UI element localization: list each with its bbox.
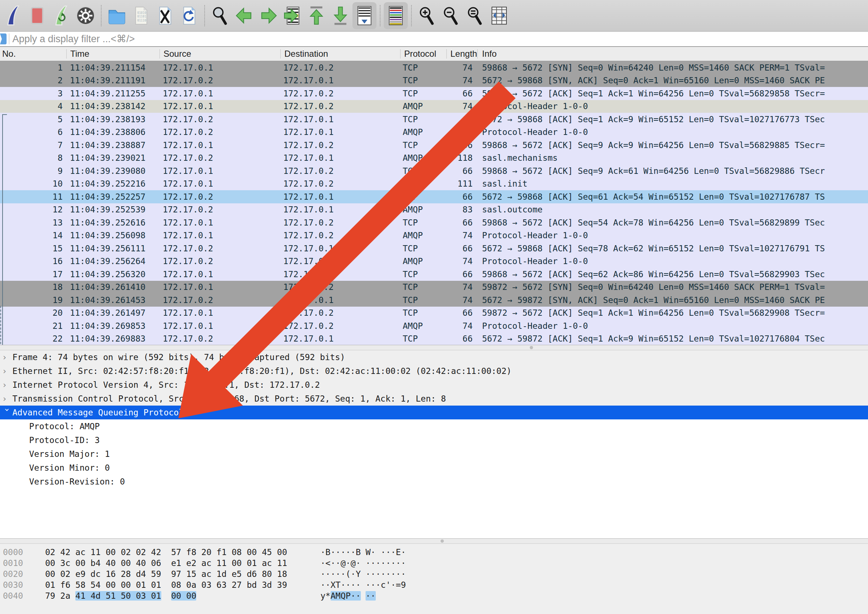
packet-row-5[interactable]: 511:04:39.238193172.17.0.2172.17.0.1TCP6… bbox=[0, 113, 868, 126]
ascii-group-b[interactable]: W· ···E· bbox=[366, 547, 406, 558]
chevron-down-icon[interactable]: › bbox=[0, 408, 14, 417]
ascii-group-a[interactable]: ·····(·Y bbox=[320, 569, 361, 580]
close-capture-button[interactable] bbox=[153, 2, 177, 29]
open-capture-button[interactable] bbox=[105, 2, 129, 29]
hex-bytes[interactable]: ········ bbox=[366, 569, 406, 579]
ascii-group-a[interactable]: y*AMQP·· bbox=[320, 590, 361, 601]
hex-bytes[interactable]: W· ···E· bbox=[366, 547, 406, 557]
packet-row-7[interactable]: 711:04:39.238887172.17.0.1172.17.0.2TCP6… bbox=[0, 139, 868, 152]
detail-line-collapsed-2[interactable]: ›Internet Protocol Version 4, Src: 172.1… bbox=[0, 378, 868, 392]
ascii-group-b[interactable]: ········ bbox=[366, 558, 406, 569]
detail-child-line-1[interactable]: Protocol-ID: 3 bbox=[0, 433, 868, 447]
chevron-right-icon[interactable]: › bbox=[3, 378, 12, 392]
packet-row-10[interactable]: 1011:04:39.252216172.17.0.1172.17.0.2AMQ… bbox=[0, 177, 868, 191]
hex-bytes[interactable]: 08 0a 03 63 27 bd 3d 39 bbox=[171, 580, 287, 590]
hex-bytes[interactable]: ··XT···· bbox=[320, 580, 361, 590]
hex-selected-bytes[interactable]: 41 4d 51 50 03 01 bbox=[75, 591, 161, 600]
ascii-group-b[interactable]: ········ bbox=[366, 569, 406, 580]
hex-group-a[interactable]: 00 3c 00 b4 40 00 40 06 bbox=[45, 558, 162, 569]
packet-row-2[interactable]: 211:04:39.211191172.17.0.2172.17.0.1TCP7… bbox=[0, 74, 868, 87]
column-header-time[interactable]: Time bbox=[67, 49, 160, 59]
chevron-right-icon[interactable]: › bbox=[3, 350, 12, 364]
hex-bytes[interactable]: ·····(·Y bbox=[320, 569, 361, 579]
hex-group-b[interactable]: 08 0a 03 63 27 bd 3d 39 bbox=[171, 580, 288, 590]
packet-row-6[interactable]: 611:04:39.238806172.17.0.2172.17.0.1AMQP… bbox=[0, 126, 868, 139]
hex-bytes[interactable]: 01 f6 58 54 00 00 01 01 bbox=[45, 580, 161, 590]
start-capture-button[interactable] bbox=[2, 2, 25, 29]
hex-group-a[interactable]: 01 f6 58 54 00 00 01 01 bbox=[45, 580, 162, 590]
zoom-normal-button[interactable] bbox=[463, 2, 487, 29]
detail-child-line-0[interactable]: Protocol: AMQP bbox=[0, 419, 868, 433]
hex-selected-bytes[interactable]: AMQP·· bbox=[331, 591, 361, 600]
detail-child-line-3[interactable]: Version Minor: 0 bbox=[0, 461, 868, 475]
pane-splitter-bottom[interactable] bbox=[0, 538, 868, 544]
packet-row-12[interactable]: 1211:04:39.252539172.17.0.2172.17.0.1AMQ… bbox=[0, 203, 868, 216]
ascii-group-b[interactable]: ·· bbox=[366, 590, 376, 601]
packet-row-4[interactable]: 411:04:39.238142172.17.0.1172.17.0.2AMQP… bbox=[0, 100, 868, 113]
ascii-group-b[interactable]: ···c'·=9 bbox=[366, 580, 406, 590]
packet-row-8[interactable]: 811:04:39.239021172.17.0.2172.17.0.1AMQP… bbox=[0, 152, 868, 165]
column-header-no[interactable]: No. bbox=[0, 49, 67, 59]
go-to-top-button[interactable] bbox=[304, 2, 328, 29]
detail-line-collapsed-0[interactable]: ›Frame 4: 74 bytes on wire (592 bits), 7… bbox=[0, 350, 868, 364]
detail-line-amqp-selected[interactable]: ›Advanced Message Queueing Protocol bbox=[0, 406, 868, 419]
hex-bytes[interactable]: ···c'·=9 bbox=[366, 580, 406, 590]
column-header-info[interactable]: Info bbox=[478, 49, 868, 59]
display-filter-input[interactable] bbox=[12, 33, 868, 45]
hex-row-0030[interactable]: 003001 f6 58 54 00 00 01 0108 0a 03 63 2… bbox=[3, 580, 868, 590]
zoom-out-button[interactable] bbox=[439, 2, 463, 29]
restart-capture-button[interactable] bbox=[50, 2, 73, 29]
auto-scroll-button[interactable] bbox=[352, 2, 376, 29]
hex-row-0010[interactable]: 001000 3c 00 b4 40 00 40 06e1 e2 ac 11 0… bbox=[3, 558, 868, 569]
column-header-destination[interactable]: Destination bbox=[281, 49, 400, 59]
packet-row-3[interactable]: 311:04:39.211255172.17.0.1172.17.0.2TCP6… bbox=[0, 87, 868, 100]
column-header-length[interactable]: Length bbox=[447, 49, 478, 59]
detail-line-collapsed-1[interactable]: ›Ethernet II, Src: 02:42:57:f8:20:f1 (02… bbox=[0, 364, 868, 378]
filter-bookmark-icon[interactable] bbox=[0, 34, 7, 44]
packet-row-22[interactable]: 2211:04:39.269883172.17.0.2172.17.0.1TCP… bbox=[0, 332, 868, 345]
packet-row-18[interactable]: 1811:04:39.261410172.17.0.1172.17.0.2TCP… bbox=[0, 281, 868, 294]
chevron-right-icon[interactable]: › bbox=[3, 392, 12, 406]
hex-group-a[interactable]: 02 42 ac 11 00 02 02 42 bbox=[45, 547, 162, 558]
hex-group-b[interactable]: 00 00 bbox=[171, 590, 288, 601]
hex-bytes[interactable]: 57 f8 20 f1 08 00 45 00 bbox=[171, 547, 287, 557]
column-header-protocol[interactable]: Protocol bbox=[400, 49, 447, 59]
hex-group-b[interactable]: 97 15 ac 1d e5 d6 80 18 bbox=[171, 569, 288, 580]
packet-row-19[interactable]: 1911:04:39.261453172.17.0.2172.17.0.1TCP… bbox=[0, 293, 868, 307]
hex-bytes[interactable]: 79 2a bbox=[45, 591, 75, 600]
hex-bytes[interactable]: ·B·····B bbox=[320, 547, 361, 557]
packet-row-9[interactable]: 911:04:39.239080172.17.0.1172.17.0.2TCP6… bbox=[0, 164, 868, 177]
hex-group-b[interactable]: 57 f8 20 f1 08 00 45 00 bbox=[171, 547, 288, 558]
packet-row-20[interactable]: 2011:04:39.261497172.17.0.1172.17.0.2TCP… bbox=[0, 307, 868, 320]
packet-row-17[interactable]: 1711:04:39.256320172.17.0.1172.17.0.2TCP… bbox=[0, 268, 868, 281]
hex-bytes[interactable]: 00 3c 00 b4 40 00 40 06 bbox=[45, 558, 161, 568]
hex-selected-bytes[interactable]: 00 00 bbox=[171, 591, 196, 600]
hex-bytes[interactable]: 97 15 ac 1d e5 d6 80 18 bbox=[171, 569, 287, 579]
hex-bytes[interactable]: y* bbox=[320, 591, 331, 600]
packet-row-14[interactable]: 1411:04:39.256098172.17.0.1172.17.0.2AMQ… bbox=[0, 229, 868, 242]
hex-bytes[interactable]: ········ bbox=[366, 558, 406, 568]
hex-group-a[interactable]: 00 02 e9 dc 16 28 d4 59 bbox=[45, 569, 162, 580]
column-header-source[interactable]: Source bbox=[160, 49, 281, 59]
packet-row-1[interactable]: 111:04:39.211154172.17.0.1172.17.0.2TCP7… bbox=[0, 61, 868, 74]
hex-bytes[interactable]: e1 e2 ac 11 00 01 ac 11 bbox=[171, 558, 287, 568]
hex-bytes[interactable]: 00 02 e9 dc 16 28 d4 59 bbox=[45, 569, 161, 579]
hex-group-a[interactable]: 79 2a 41 4d 51 50 03 01 bbox=[45, 590, 162, 601]
detail-child-line-2[interactable]: Version Major: 1 bbox=[0, 447, 868, 461]
packet-row-13[interactable]: 1311:04:39.252616172.17.0.1172.17.0.2TCP… bbox=[0, 216, 868, 229]
go-back-button[interactable] bbox=[232, 2, 256, 29]
go-to-packet-button[interactable] bbox=[280, 2, 304, 29]
detail-line-collapsed-3[interactable]: ›Transmission Control Protocol, Src Port… bbox=[0, 392, 868, 406]
pane-splitter-top[interactable] bbox=[0, 345, 868, 350]
capture-options-button[interactable] bbox=[73, 2, 98, 29]
chevron-right-icon[interactable]: › bbox=[3, 364, 12, 378]
hex-group-b[interactable]: e1 e2 ac 11 00 01 ac 11 bbox=[171, 558, 288, 569]
reload-file-button[interactable] bbox=[177, 2, 201, 29]
packet-row-16[interactable]: 1611:04:39.256264172.17.0.2172.17.0.1AMQ… bbox=[0, 255, 868, 268]
zoom-in-button[interactable] bbox=[415, 2, 439, 29]
hex-row-0000[interactable]: 000002 42 ac 11 00 02 02 4257 f8 20 f1 0… bbox=[3, 547, 868, 558]
packet-row-15[interactable]: 1511:04:39.256111172.17.0.2172.17.0.1TCP… bbox=[0, 242, 868, 255]
hex-row-0040[interactable]: 004079 2a 41 4d 51 50 03 0100 00y*AMQP··… bbox=[3, 590, 868, 601]
save-capture-button[interactable]: 01010 01101 01110 bbox=[129, 2, 153, 29]
go-to-bottom-button[interactable] bbox=[328, 2, 352, 29]
